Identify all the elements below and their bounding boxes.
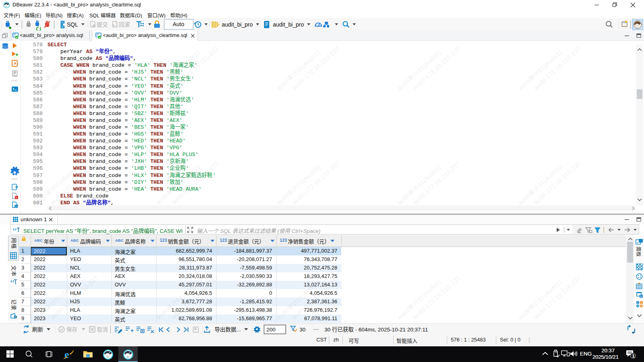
svg-text:导出数据...: 导出数据... — [215, 327, 241, 333]
svg-text:Auto: Auto — [173, 21, 184, 27]
svg-text:刷新: 刷新 — [32, 327, 43, 333]
svg-text:1: 1 — [632, 354, 635, 358]
svg-text:audit_bi_pro: audit_bi_pro — [273, 21, 304, 28]
svg-text:回滚: 回滚 — [119, 21, 130, 28]
svg-text:30 行已获取 - 604ms, 2025-10-21 20: 30 行已获取 - 604ms, 2025-10-21 20:37:11 — [324, 327, 428, 333]
svg-text:SQL: SQL — [67, 21, 78, 28]
svg-text:取消: 取消 — [97, 327, 108, 333]
svg-text:200: 200 — [266, 327, 276, 333]
svg-text:保存: 保存 — [66, 327, 77, 333]
svg-text:提交: 提交 — [97, 21, 108, 28]
svg-text:audit_bi_pro: audit_bi_pro — [222, 21, 253, 28]
svg-text:30: 30 — [299, 327, 305, 333]
